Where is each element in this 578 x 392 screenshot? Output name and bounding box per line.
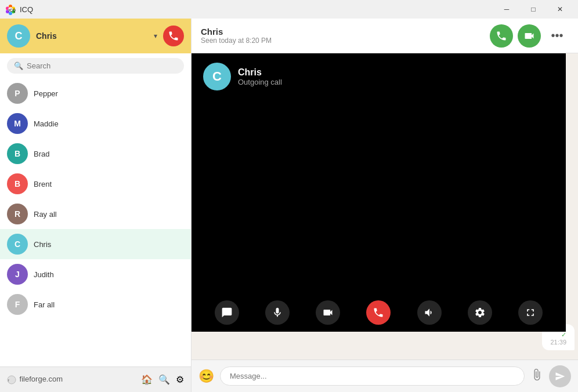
left-bottom-bar: f fileforge.com 🏠 🔍 ⚙ xyxy=(0,366,191,392)
end-call-button-header[interactable] xyxy=(163,26,184,46)
right-panel: Chris Seen today at 8:20 PM ••• xyxy=(192,19,578,392)
list-item[interactable]: B Brad xyxy=(0,139,191,169)
message-input[interactable] xyxy=(220,366,525,386)
chat-header: Chris Seen today at 8:20 PM ••• xyxy=(192,19,578,53)
list-item-active[interactable]: C Chris xyxy=(0,229,191,259)
contact-name: Judith xyxy=(34,270,54,279)
contact-name: Brent xyxy=(34,180,52,188)
voice-call-button[interactable] xyxy=(490,24,513,48)
end-call-button[interactable] xyxy=(366,300,391,325)
list-item[interactable]: F Far all xyxy=(0,289,191,320)
close-button[interactable]: ✕ xyxy=(547,0,573,19)
title-bar-left: ICQ ICQ xyxy=(5,3,33,15)
settings-icon[interactable]: ⚙ xyxy=(176,374,184,385)
search-icon: 🔍 xyxy=(14,61,23,70)
chevron-down-icon[interactable]: ▾ xyxy=(154,32,157,40)
search-input-wrap: 🔍 xyxy=(7,58,184,74)
video-call-top: C Chris Outgoing call xyxy=(192,53,566,100)
fullscreen-button[interactable] xyxy=(518,300,543,325)
avatar: F xyxy=(7,294,28,315)
active-chat-header: C Chris ▾ xyxy=(0,19,191,53)
settings-button[interactable] xyxy=(468,300,492,325)
video-caller-name: Chris xyxy=(238,67,282,78)
app-title: ICQ xyxy=(20,5,33,14)
chat-body: C Chris Outgoing call xyxy=(192,53,578,360)
send-button[interactable] xyxy=(549,365,571,387)
video-call-status: Outgoing call xyxy=(238,78,282,86)
svg-text:ICQ: ICQ xyxy=(9,8,16,13)
message-time: ✓ 21:39 xyxy=(550,331,566,346)
list-item[interactable]: M Maddie xyxy=(0,108,191,139)
active-contact-avatar: C xyxy=(7,24,30,48)
video-caller-avatar: C xyxy=(203,63,231,90)
left-panel: C Chris ▾ 🔍 P Pepper xyxy=(0,19,192,392)
contact-name: Far all xyxy=(34,300,55,309)
emoji-button[interactable]: 😊 xyxy=(198,369,214,384)
chat-status: Seen today at 8:20 PM xyxy=(201,37,490,45)
more-options-button[interactable]: ••• xyxy=(546,24,569,48)
avatar: C xyxy=(7,234,28,255)
search-bar: 🔍 xyxy=(0,53,191,78)
video-caller-info: Chris Outgoing call xyxy=(238,67,282,86)
avatar: J xyxy=(7,264,28,285)
title-bar: ICQ ICQ ─ □ ✕ xyxy=(0,0,578,19)
contact-list: P Pepper M Maddie B Brad B Brent R Ray a… xyxy=(0,78,191,366)
home-icon[interactable]: 🏠 xyxy=(141,374,153,385)
list-item[interactable]: B Brent xyxy=(0,169,191,199)
search-bottom-icon[interactable]: 🔍 xyxy=(158,374,170,385)
minimize-button[interactable]: ─ xyxy=(493,0,520,19)
chat-header-info: Chris Seen today at 8:20 PM xyxy=(201,27,490,45)
avatar: R xyxy=(7,204,28,224)
list-item[interactable]: P Pepper xyxy=(0,78,191,108)
contact-name: Chris xyxy=(34,240,51,249)
list-item[interactable]: J Judith xyxy=(0,259,191,289)
camera-button[interactable] xyxy=(316,300,340,325)
main-content: C Chris ▾ 🔍 P Pepper xyxy=(0,19,578,392)
microphone-button[interactable] xyxy=(265,300,290,325)
list-item[interactable]: R Ray all xyxy=(0,199,191,229)
avatar: M xyxy=(7,113,28,134)
avatar: B xyxy=(7,173,28,194)
avatar: P xyxy=(7,83,28,104)
video-call-overlay: C Chris Outgoing call xyxy=(192,53,566,332)
video-call-button[interactable] xyxy=(518,24,541,48)
window-controls: ─ □ ✕ xyxy=(493,0,573,19)
fileforge-logo: f fileforge.com xyxy=(7,375,63,384)
chat-header-actions: ••• xyxy=(490,24,569,48)
search-input[interactable] xyxy=(27,61,177,70)
maximize-button[interactable]: □ xyxy=(520,0,547,19)
chat-input-bar: 😊 xyxy=(192,360,578,392)
contact-name: Brad xyxy=(34,150,49,158)
attach-button[interactable] xyxy=(530,368,543,384)
contact-name: Maddie xyxy=(34,119,59,128)
contact-name: Pepper xyxy=(34,89,58,98)
chat-contact-name: Chris xyxy=(201,27,490,37)
message-checkmark: ✓ xyxy=(561,331,566,338)
chat-toggle-button[interactable] xyxy=(215,300,239,325)
volume-button[interactable] xyxy=(417,300,442,325)
contact-name: Ray all xyxy=(34,210,57,219)
avatar: B xyxy=(7,143,28,164)
video-controls-bar xyxy=(192,293,566,332)
active-contact-name: Chris xyxy=(36,31,148,41)
app-logo: ICQ xyxy=(5,3,16,15)
video-main-area xyxy=(192,100,566,293)
